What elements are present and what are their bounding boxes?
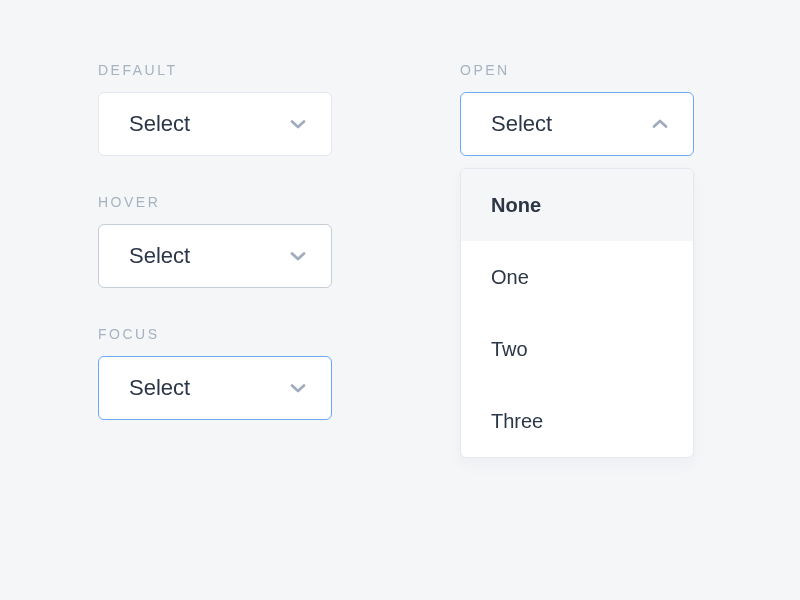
option-one[interactable]: One bbox=[461, 241, 693, 313]
option-three[interactable]: Three bbox=[461, 385, 693, 457]
select-value: Select bbox=[129, 375, 190, 401]
select-default[interactable]: Select bbox=[98, 92, 332, 156]
state-label-default: DEFAULT bbox=[98, 62, 332, 78]
state-label-open: OPEN bbox=[460, 62, 694, 78]
select-value: Select bbox=[129, 111, 190, 137]
chevron-down-icon bbox=[289, 379, 307, 397]
select-focus[interactable]: Select bbox=[98, 356, 332, 420]
option-none[interactable]: None bbox=[461, 169, 693, 241]
left-column: DEFAULT Select HOVER Select FOCUS Select bbox=[98, 62, 332, 458]
option-two[interactable]: Two bbox=[461, 313, 693, 385]
select-open[interactable]: Select bbox=[460, 92, 694, 156]
dropdown-panel: None One Two Three bbox=[460, 168, 694, 458]
select-value: Select bbox=[129, 243, 190, 269]
chevron-down-icon bbox=[289, 247, 307, 265]
state-label-focus: FOCUS bbox=[98, 326, 332, 342]
select-value: Select bbox=[491, 111, 552, 137]
state-label-hover: HOVER bbox=[98, 194, 332, 210]
chevron-up-icon bbox=[651, 115, 669, 133]
right-column: OPEN Select None One Two Three bbox=[460, 62, 694, 458]
chevron-down-icon bbox=[289, 115, 307, 133]
select-hover[interactable]: Select bbox=[98, 224, 332, 288]
